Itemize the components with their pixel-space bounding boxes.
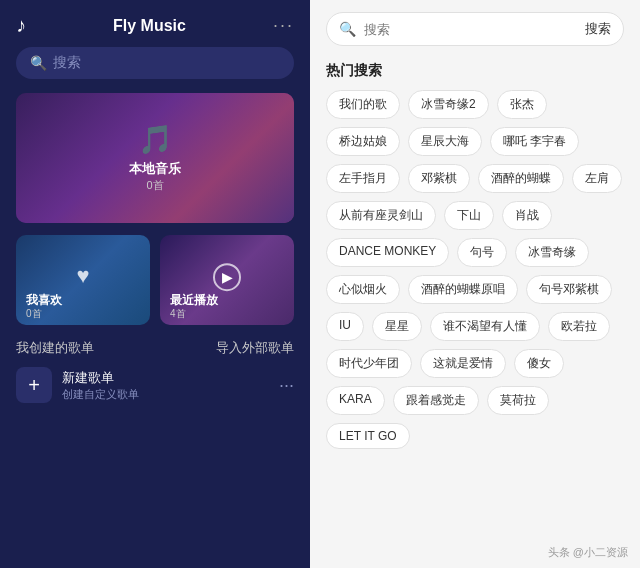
heart-icon: ♥ <box>76 263 89 289</box>
local-music-title: 本地音乐 <box>129 160 181 178</box>
music-note-icon: 🎵 <box>138 123 173 156</box>
hot-tag[interactable]: 莫荷拉 <box>487 386 549 415</box>
hot-tag[interactable]: 我们的歌 <box>326 90 400 119</box>
left-panel: ♪ Fly Music ··· 🔍 搜索 🎵 本地音乐 0首 ♥ 我喜欢 0首 … <box>0 0 310 568</box>
hot-tag[interactable]: 句号 <box>457 238 507 267</box>
hot-tag[interactable]: 下山 <box>444 201 494 230</box>
hot-search-title: 热门搜索 <box>326 62 624 80</box>
app-header: ♪ Fly Music ··· <box>0 0 310 47</box>
big-card-content: 🎵 本地音乐 0首 <box>16 93 294 223</box>
small-cards-row: ♥ 我喜欢 0首 ▶ 最近播放 4首 <box>16 235 294 325</box>
hot-tag[interactable]: 欧若拉 <box>548 312 610 341</box>
hot-tag[interactable]: 酒醉的蝴蝶 <box>478 164 564 193</box>
favorites-count: 0首 <box>26 307 42 321</box>
my-playlist-label: 我创建的歌单 <box>16 339 94 357</box>
hot-tag[interactable]: 谁不渴望有人懂 <box>430 312 540 341</box>
hot-tags-grid: 我们的歌冰雪奇缘2张杰桥边姑娘星辰大海哪吒 李宇春左手指月邓紫棋酒醉的蝴蝶左肩从… <box>326 90 624 449</box>
local-music-count: 0首 <box>146 178 163 193</box>
hot-tag[interactable]: LET IT GO <box>326 423 410 449</box>
right-search-icon: 🔍 <box>339 21 356 37</box>
hot-tag[interactable]: 这就是爱情 <box>420 349 506 378</box>
new-playlist-title: 新建歌单 <box>62 369 269 387</box>
hot-tag[interactable]: 心似烟火 <box>326 275 400 304</box>
hot-tag[interactable]: 哪吒 李宇春 <box>490 127 579 156</box>
right-search-input[interactable] <box>364 22 577 37</box>
hot-tag[interactable]: 邓紫棋 <box>408 164 470 193</box>
local-music-card[interactable]: 🎵 本地音乐 0首 <box>16 93 294 223</box>
watermark: 头条 @小二资源 <box>548 545 628 560</box>
hot-tag[interactable]: 傻女 <box>514 349 564 378</box>
hot-tag[interactable]: 时代少年团 <box>326 349 412 378</box>
hot-tag[interactable]: 酒醉的蝴蝶原唱 <box>408 275 518 304</box>
left-search-bar[interactable]: 🔍 搜索 <box>16 47 294 79</box>
hot-tag[interactable]: 冰雪奇缘2 <box>408 90 489 119</box>
favorites-card[interactable]: ♥ 我喜欢 0首 <box>16 235 150 325</box>
playlist-section: 我创建的歌单 导入外部歌单 + 新建歌单 创建自定义歌单 ··· <box>0 339 310 556</box>
app-icon: ♪ <box>16 14 26 37</box>
header-more-button[interactable]: ··· <box>273 15 294 36</box>
hot-tag[interactable]: 左肩 <box>572 164 622 193</box>
hot-tag[interactable]: 句号邓紫棋 <box>526 275 612 304</box>
hot-tag[interactable]: DANCE MONKEY <box>326 238 449 267</box>
hot-tag[interactable]: 桥边姑娘 <box>326 127 400 156</box>
add-playlist-button[interactable]: + <box>16 367 52 403</box>
hot-tag[interactable]: 冰雪奇缘 <box>515 238 589 267</box>
new-playlist-more-button[interactable]: ··· <box>279 375 294 396</box>
right-search-bar[interactable]: 🔍 搜索 <box>326 12 624 46</box>
new-playlist-row: + 新建歌单 创建自定义歌单 ··· <box>16 367 294 403</box>
right-panel: 🔍 搜索 热门搜索 我们的歌冰雪奇缘2张杰桥边姑娘星辰大海哪吒 李宇春左手指月邓… <box>310 0 640 568</box>
hot-tag[interactable]: 星星 <box>372 312 422 341</box>
search-bar-label: 搜索 <box>53 54 81 72</box>
hot-tag[interactable]: 肖战 <box>502 201 552 230</box>
hot-tag[interactable]: 星辰大海 <box>408 127 482 156</box>
hot-tag[interactable]: 从前有座灵剑山 <box>326 201 436 230</box>
hot-tag[interactable]: IU <box>326 312 364 341</box>
recent-play-card[interactable]: ▶ 最近播放 4首 <box>160 235 294 325</box>
app-title: Fly Music <box>113 17 186 35</box>
hot-tag[interactable]: KARA <box>326 386 385 415</box>
right-search-button[interactable]: 搜索 <box>585 20 611 38</box>
import-playlist-button[interactable]: 导入外部歌单 <box>216 339 294 357</box>
playlist-header: 我创建的歌单 导入外部歌单 <box>16 339 294 357</box>
search-icon: 🔍 <box>30 55 47 71</box>
new-playlist-info: 新建歌单 创建自定义歌单 <box>62 369 269 402</box>
recent-play-count: 4首 <box>170 307 186 321</box>
new-playlist-subtitle: 创建自定义歌单 <box>62 387 269 402</box>
hot-tag[interactable]: 张杰 <box>497 90 547 119</box>
play-circle-icon: ▶ <box>213 263 241 291</box>
hot-tag[interactable]: 左手指月 <box>326 164 400 193</box>
hot-tag[interactable]: 跟着感觉走 <box>393 386 479 415</box>
